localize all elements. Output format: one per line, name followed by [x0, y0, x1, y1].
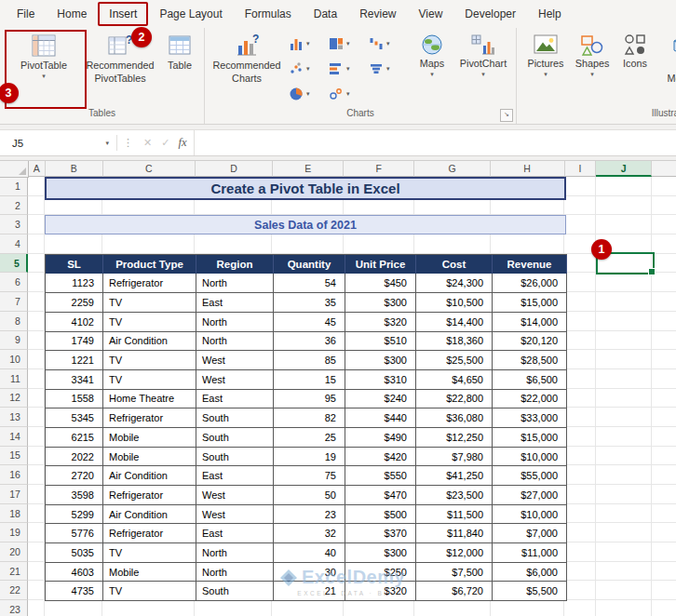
grid-cell[interactable]: [28, 542, 45, 562]
table-cell[interactable]: 2022: [46, 448, 103, 467]
grid-cell[interactable]: [28, 408, 45, 427]
table-cell[interactable]: $11,840: [416, 524, 493, 543]
table-header-product-type[interactable]: Product Type: [103, 255, 196, 275]
row-header-14[interactable]: 14: [0, 427, 28, 447]
table-cell[interactable]: East: [196, 466, 274, 486]
grid-cell[interactable]: [102, 600, 196, 616]
table-cell[interactable]: $23,500: [416, 486, 493, 505]
table-cell[interactable]: $36,080: [416, 408, 493, 428]
table-cell[interactable]: $250: [345, 563, 416, 583]
table-cell[interactable]: North: [196, 313, 274, 332]
grid-cell[interactable]: [564, 312, 596, 331]
table-cell[interactable]: $10,000: [493, 505, 567, 525]
table-cell[interactable]: $510: [345, 332, 416, 352]
ribbon-tab-page-layout[interactable]: Page Layout: [148, 2, 233, 26]
grid-cell[interactable]: [28, 273, 45, 292]
grid-cell[interactable]: [596, 408, 652, 427]
table-cell[interactable]: 6215: [46, 428, 103, 448]
grid-cell[interactable]: [28, 292, 45, 312]
grid-cell[interactable]: [652, 196, 676, 216]
grid-cell[interactable]: [596, 447, 652, 466]
enter-icon[interactable]: ✓: [156, 137, 174, 149]
grid-cell[interactable]: [596, 485, 652, 504]
row-header-9[interactable]: 9: [0, 331, 28, 351]
table-cell[interactable]: West: [196, 486, 274, 505]
row-header-12[interactable]: 12: [0, 389, 28, 408]
grid-cell[interactable]: [564, 523, 596, 542]
table-cell[interactable]: North: [196, 543, 274, 563]
table-cell[interactable]: $470: [345, 486, 416, 505]
column-header-I[interactable]: I: [565, 161, 597, 177]
table-cell[interactable]: 5299: [46, 505, 103, 525]
grid-cell[interactable]: [45, 234, 102, 254]
select-all-corner[interactable]: [0, 161, 29, 178]
table-cell[interactable]: North: [196, 332, 274, 352]
grid-cell[interactable]: [564, 427, 596, 447]
table-cell[interactable]: 4735: [46, 582, 103, 601]
table-cell[interactable]: South: [196, 428, 274, 448]
column-header-partial[interactable]: [652, 161, 676, 177]
table-cell[interactable]: $4,650: [416, 370, 493, 390]
grid-cell[interactable]: [102, 234, 196, 254]
table-cell[interactable]: $420: [345, 448, 416, 467]
grid-cell[interactable]: [272, 600, 344, 616]
table-cell[interactable]: West: [196, 505, 274, 525]
table-header-revenue[interactable]: Revenue: [493, 255, 567, 275]
fill-handle[interactable]: [648, 268, 656, 275]
table-cell[interactable]: 54: [274, 274, 345, 293]
table-cell[interactable]: $14,400: [416, 313, 493, 332]
grid-cell[interactable]: [491, 234, 565, 254]
grid-cell[interactable]: [28, 447, 45, 466]
table-cell[interactable]: $240: [345, 390, 416, 409]
table-cell[interactable]: 15: [274, 370, 345, 390]
grid-cell[interactable]: [596, 292, 652, 312]
grid-cell[interactable]: [344, 600, 414, 616]
table-cell[interactable]: $300: [345, 351, 416, 370]
grid-cell[interactable]: [564, 215, 596, 234]
table-cell[interactable]: Refrigerator: [103, 274, 196, 293]
table-cell[interactable]: $22,800: [416, 390, 493, 409]
recommended-charts-button[interactable]: ? Recommended Charts: [209, 28, 285, 106]
row-header-10[interactable]: 10: [0, 350, 28, 369]
grid-cell[interactable]: [414, 234, 491, 254]
row-header-18[interactable]: 18: [0, 504, 28, 524]
grid-cell[interactable]: [652, 427, 676, 447]
table-cell[interactable]: West: [196, 351, 274, 370]
table-cell[interactable]: $6,500: [493, 370, 567, 390]
row-header-15[interactable]: 15: [0, 447, 28, 466]
table-cell[interactable]: Mobile: [103, 563, 196, 583]
grid-cell[interactable]: [195, 600, 272, 616]
grid-cell[interactable]: [596, 177, 652, 196]
table-cell[interactable]: East: [196, 390, 274, 409]
column-header-B[interactable]: B: [46, 161, 103, 177]
ribbon-tab-help[interactable]: Help: [527, 2, 573, 26]
table-cell[interactable]: $11,000: [493, 543, 567, 563]
grid-cell[interactable]: [564, 465, 596, 485]
grid-cell[interactable]: [28, 523, 45, 542]
grid-cell[interactable]: [652, 600, 676, 616]
grid-cell[interactable]: [652, 369, 676, 389]
table-cell[interactable]: $15,000: [493, 293, 567, 313]
grid-cell[interactable]: [652, 331, 676, 351]
grid-cell[interactable]: [596, 215, 652, 234]
column-header-A[interactable]: A: [29, 161, 46, 177]
grid-cell[interactable]: [272, 234, 344, 254]
column-header-G[interactable]: G: [414, 161, 491, 177]
table-cell[interactable]: TV: [103, 313, 196, 332]
table-cell[interactable]: 75: [274, 466, 345, 486]
row-header-19[interactable]: 19: [0, 523, 28, 542]
table-cell[interactable]: $14,000: [493, 313, 567, 332]
grid-cell[interactable]: [564, 350, 596, 369]
grid-cell[interactable]: [652, 523, 676, 542]
row-header-11[interactable]: 11: [0, 369, 28, 389]
grid-cell[interactable]: [652, 177, 676, 196]
grid-cell[interactable]: [28, 465, 45, 485]
table-cell[interactable]: 30: [274, 563, 345, 583]
table-cell[interactable]: $27,000: [493, 486, 567, 505]
table-cell[interactable]: $300: [345, 543, 416, 563]
row-header-7[interactable]: 7: [0, 292, 28, 312]
table-cell[interactable]: 95: [274, 390, 345, 409]
table-cell[interactable]: 45: [274, 313, 345, 332]
table-cell[interactable]: $20,120: [493, 332, 567, 352]
table-cell[interactable]: $450: [345, 274, 416, 293]
